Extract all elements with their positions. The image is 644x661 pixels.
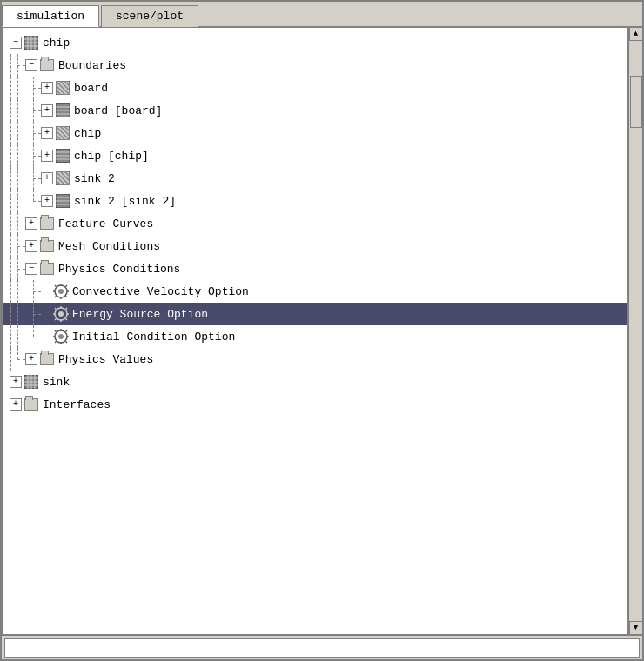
expander-sink2-sink2[interactable]: +	[41, 195, 53, 207]
icon-sink2-sink2	[55, 193, 70, 209]
label-chip: chip	[43, 37, 70, 50]
icon-chip-chip	[55, 148, 70, 164]
icon-sink	[23, 374, 39, 390]
icon-energy-source	[53, 306, 69, 322]
icon-mesh-conditions	[39, 238, 55, 254]
expander-physics-values[interactable]: +	[25, 353, 37, 365]
svg-line-56	[66, 319, 68, 321]
expander-interfaces[interactable]: +	[10, 398, 22, 411]
tree-container: − chip	[3, 31, 627, 631]
expander-sink2[interactable]: +	[41, 172, 53, 184]
svg-line-45	[55, 297, 57, 298]
expander-mesh-conditions[interactable]: +	[25, 240, 37, 252]
tab-scene-plot[interactable]: scene/plot	[101, 5, 198, 27]
main-window: simulation scene/plot −	[0, 0, 644, 661]
icon-boundaries	[39, 57, 55, 73]
icon-sink2	[55, 170, 70, 186]
expander-chip2[interactable]: +	[41, 127, 53, 139]
tree-node-chip[interactable]: − chip	[3, 31, 627, 54]
svg-line-54	[66, 308, 68, 310]
label-chip-chip: chip [chip]	[74, 150, 149, 163]
label-board: board	[74, 82, 108, 95]
expander-board-board[interactable]: +	[41, 104, 53, 117]
icon-interfaces	[23, 397, 39, 412]
svg-line-64	[66, 330, 68, 332]
tree-node-initial-condition[interactable]: Initial Condition Option	[3, 325, 627, 348]
label-chip2: chip	[74, 127, 101, 140]
main-area: − chip	[2, 27, 642, 635]
svg-line-43	[55, 285, 57, 287]
icon-feature-curves	[39, 216, 55, 231]
icon-physics-values	[39, 351, 55, 367]
icon-chip	[23, 35, 39, 50]
tree-node-feature-curves[interactable]: + Feature Curves	[3, 212, 627, 235]
scrollbar: ▲ ▼	[628, 27, 642, 635]
tree-node-sink2-sink2[interactable]: + sink 2 [sink 2]	[3, 190, 627, 212]
indent-l1	[10, 54, 25, 77]
tab-simulation[interactable]: simulation	[2, 5, 99, 27]
scroll-track[interactable]	[629, 41, 643, 621]
label-physics-conditions: Physics Conditions	[58, 263, 180, 276]
svg-line-55	[55, 319, 57, 321]
tree-node-boundaries[interactable]: − Boundaries	[3, 54, 627, 77]
svg-point-38	[58, 289, 64, 294]
label-initial-condition: Initial Condition Option	[72, 330, 235, 344]
scroll-down-button[interactable]: ▼	[629, 621, 643, 635]
expander-sink[interactable]: +	[10, 376, 22, 388]
icon-board-board	[55, 103, 70, 118]
svg-point-48	[58, 311, 64, 317]
tree-node-chip-chip[interactable]: + chip [chip]	[3, 144, 627, 167]
indent-spacer	[3, 31, 10, 54]
label-physics-values: Physics Values	[58, 353, 153, 366]
tree-node-board[interactable]: + board	[3, 77, 627, 99]
search-bar	[2, 635, 642, 659]
tree-node-convective-velocity[interactable]: Convective Velocity Option	[3, 280, 627, 303]
expander-physics-conditions[interactable]: −	[25, 263, 37, 275]
indent-l0	[3, 54, 10, 77]
label-board-board: board [board]	[74, 104, 162, 117]
icon-physics-conditions	[39, 261, 55, 277]
expander-feature-curves[interactable]: +	[25, 217, 37, 230]
label-sink2: sink 2	[74, 172, 115, 185]
tree-node-interfaces[interactable]: + Interfaces	[3, 393, 627, 416]
scroll-up-button[interactable]: ▲	[629, 27, 643, 41]
icon-initial-condition	[53, 329, 69, 344]
svg-line-66	[66, 342, 68, 344]
label-sink: sink	[43, 376, 70, 389]
tree-node-physics-values[interactable]: + Physics Values	[3, 348, 627, 371]
svg-line-53	[55, 308, 57, 310]
svg-line-65	[55, 342, 57, 344]
tree-node-mesh-conditions[interactable]: + Mesh Conditions	[3, 235, 627, 257]
tree-node-sink2[interactable]: + sink 2	[3, 167, 627, 190]
svg-point-58	[58, 334, 64, 339]
svg-line-44	[66, 285, 68, 287]
label-sink2-sink2: sink 2 [sink 2]	[74, 195, 176, 208]
expander-chip-chip[interactable]: +	[41, 150, 53, 162]
icon-chip2	[55, 125, 70, 141]
search-input[interactable]	[4, 638, 640, 658]
expander-board[interactable]: +	[41, 82, 53, 94]
svg-line-63	[55, 330, 57, 332]
tree-node-physics-conditions[interactable]: − Physics Conditions	[3, 257, 627, 280]
label-feature-curves: Feature Curves	[58, 217, 153, 230]
expander-chip[interactable]: −	[10, 37, 22, 49]
icon-board	[55, 80, 70, 96]
tree-node-sink[interactable]: + sink	[3, 371, 627, 393]
tree-node-board-board[interactable]: + board [board]	[3, 99, 627, 122]
tree-node-energy-source[interactable]: Energy Source Option	[3, 303, 627, 325]
label-boundaries: Boundaries	[58, 59, 126, 72]
tree-node-chip2[interactable]: + chip	[3, 122, 627, 144]
svg-line-46	[66, 297, 68, 298]
tab-bar: simulation scene/plot	[2, 2, 642, 27]
scroll-thumb[interactable]	[630, 76, 642, 128]
label-mesh-conditions: Mesh Conditions	[58, 240, 160, 253]
tree-area: − chip	[2, 27, 628, 635]
icon-convective-velocity	[53, 284, 69, 299]
label-energy-source: Energy Source Option	[72, 308, 208, 321]
expander-boundaries[interactable]: −	[25, 59, 37, 71]
label-interfaces: Interfaces	[43, 398, 111, 411]
label-convective-velocity: Convective Velocity Option	[72, 285, 249, 298]
